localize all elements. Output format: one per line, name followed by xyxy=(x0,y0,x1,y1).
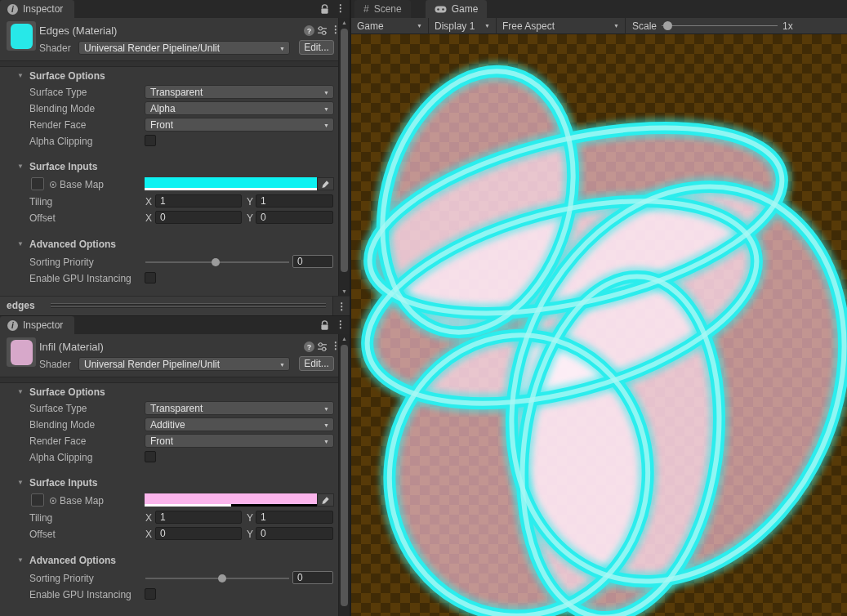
inspector-panel-infil: i Inspector ⋮ Infil (Material) ? ⋮ Shade… xyxy=(0,316,350,616)
help-icon[interactable]: ? xyxy=(304,341,314,352)
tiling-y-label: Y xyxy=(247,196,253,208)
shader-edit-button[interactable]: Edit... xyxy=(299,40,334,55)
shader-edit-button[interactable]: Edit... xyxy=(299,356,334,371)
inspector-tabbar: i Inspector ⋮ xyxy=(0,0,350,18)
offset-x-field[interactable]: 0 xyxy=(155,211,242,224)
infil-alpha-left xyxy=(145,504,231,507)
sorting-priority-slider-handle[interactable] xyxy=(212,258,220,266)
shader-dropdown[interactable]: Universal Render Pipeline/Unlit ▼ xyxy=(78,41,290,55)
eyedropper-button[interactable] xyxy=(317,493,334,507)
tiling-y-field[interactable]: 1 xyxy=(256,511,333,524)
gpu-instancing-label: Enable GPU Instancing xyxy=(29,273,132,284)
game-toolbar: Game ▼ Display 1 ▼ Free Aspect ▼ Scale 1… xyxy=(351,18,847,34)
kebab-icon: ⋮ xyxy=(337,301,347,311)
tab-inspector[interactable]: i Inspector xyxy=(0,316,74,334)
base-map-color-field[interactable] xyxy=(145,493,317,507)
render-face-value: Front xyxy=(150,435,173,447)
offset-x-label: X xyxy=(145,212,152,224)
chevron-down-icon: ▼ xyxy=(323,106,329,112)
chevron-down-icon: ▼ xyxy=(323,422,329,428)
surface-options-header[interactable]: Surface Options xyxy=(29,70,105,82)
inspector-scrollbar[interactable]: ▲ xyxy=(338,334,350,616)
sorting-priority-slider[interactable] xyxy=(145,578,289,579)
offset-y-field[interactable]: 0 xyxy=(256,211,333,224)
edges-alpha-right xyxy=(231,188,318,190)
alpha-clipping-checkbox[interactable] xyxy=(145,451,156,462)
tabbar-kebab-icon[interactable]: ⋮ xyxy=(336,319,345,329)
foldout-arrow-icon[interactable]: ▼ xyxy=(17,556,24,564)
foldout-arrow-icon[interactable]: ▼ xyxy=(17,163,24,170)
blending-mode-dropdown[interactable]: Alpha ▼ xyxy=(145,101,334,115)
foldout-arrow-icon[interactable]: ▼ xyxy=(17,388,24,395)
offset-x-field[interactable]: 0 xyxy=(155,527,242,540)
lock-icon[interactable] xyxy=(320,4,329,17)
material-preview[interactable] xyxy=(7,21,36,51)
alpha-clipping-checkbox[interactable] xyxy=(145,135,156,146)
edges-preview-bar[interactable]: edges ⋮ xyxy=(0,296,350,316)
material-preview[interactable] xyxy=(7,337,36,367)
object-picker-icon[interactable] xyxy=(49,496,57,507)
blending-mode-dropdown[interactable]: Additive ▼ xyxy=(145,417,334,431)
game-render xyxy=(351,34,847,616)
surface-inputs-header[interactable]: Surface Inputs xyxy=(29,161,97,172)
eyedropper-button[interactable] xyxy=(317,177,334,190)
gpu-instancing-checkbox[interactable] xyxy=(145,588,156,600)
scroll-up-icon[interactable]: ▲ xyxy=(339,20,350,25)
advanced-options-header[interactable]: Advanced Options xyxy=(29,555,116,566)
base-map-texture-slot[interactable] xyxy=(31,493,44,507)
tiling-x-label: X xyxy=(145,512,152,524)
surface-type-dropdown[interactable]: Transparent ▼ xyxy=(145,401,334,415)
chevron-down-icon: ▼ xyxy=(323,90,329,96)
edges-material-swatch-color xyxy=(11,24,33,49)
help-icon[interactable]: ? xyxy=(304,25,314,36)
foldout-arrow-icon[interactable]: ▼ xyxy=(17,240,24,248)
tab-game[interactable]: Game xyxy=(426,0,488,18)
base-map-color-field[interactable] xyxy=(145,177,317,190)
foldout-arrow-icon[interactable]: ▼ xyxy=(17,479,24,486)
drag-grip[interactable] xyxy=(51,303,326,310)
surface-options-header[interactable]: Surface Options xyxy=(29,386,105,398)
chevron-down-icon: ▼ xyxy=(279,46,285,51)
base-map-label: Base Map xyxy=(60,495,104,507)
tab-scene[interactable]: # Scene xyxy=(354,0,411,18)
surface-type-dropdown[interactable]: Transparent ▼ xyxy=(145,85,334,99)
aspect-dropdown[interactable]: Free Aspect ▼ xyxy=(497,18,625,34)
sorting-priority-field[interactable]: 0 xyxy=(292,571,333,584)
offset-x-label: X xyxy=(145,529,152,540)
tabbar-kebab-icon[interactable]: ⋮ xyxy=(336,3,345,13)
tiling-x-field[interactable]: 1 xyxy=(155,194,242,208)
edges-bar-kebab[interactable]: ⋮ xyxy=(332,297,350,315)
sorting-priority-field[interactable]: 0 xyxy=(292,255,333,268)
advanced-options-header[interactable]: Advanced Options xyxy=(29,239,116,250)
inspector-scrollbar[interactable]: ▲ ▼ xyxy=(338,18,350,296)
object-picker-icon[interactable] xyxy=(49,180,57,191)
offset-y-field[interactable]: 0 xyxy=(256,527,333,540)
tiling-label: Tiling xyxy=(29,512,52,524)
scale-slider-handle[interactable] xyxy=(663,21,672,30)
scale-slider[interactable] xyxy=(662,25,778,26)
foldout-arrow-icon[interactable]: ▼ xyxy=(17,72,24,79)
presets-icon[interactable] xyxy=(317,341,328,355)
scroll-up-icon[interactable]: ▲ xyxy=(339,336,350,341)
gpu-instancing-checkbox[interactable] xyxy=(145,272,156,283)
shader-dropdown[interactable]: Universal Render Pipeline/Unlit ▼ xyxy=(78,357,290,371)
sorting-priority-slider-handle[interactable] xyxy=(218,574,226,583)
tiling-y-field[interactable]: 1 xyxy=(256,194,333,208)
display-dropdown[interactable]: Display 1 ▼ xyxy=(429,18,496,34)
tab-inspector[interactable]: i Inspector xyxy=(0,0,74,18)
scroll-down-icon[interactable]: ▼ xyxy=(339,288,350,294)
offset-y-label: Y xyxy=(247,212,253,224)
game-viewport xyxy=(351,34,847,616)
presets-icon[interactable] xyxy=(317,25,328,38)
base-map-texture-slot[interactable] xyxy=(31,177,44,190)
scrollbar-thumb[interactable] xyxy=(341,345,348,606)
tiling-x-field[interactable]: 1 xyxy=(155,511,242,524)
scrollbar-thumb[interactable] xyxy=(341,29,348,272)
render-face-dropdown[interactable]: Front ▼ xyxy=(145,434,334,448)
lock-icon[interactable] xyxy=(320,320,329,333)
unity-editor: { "icons": { "info": "i", "kebab": "⋮", … xyxy=(0,0,847,616)
game-mode-dropdown[interactable]: Game ▼ xyxy=(351,18,428,34)
surface-inputs-header[interactable]: Surface Inputs xyxy=(29,477,97,489)
display-value: Display 1 xyxy=(435,20,475,32)
render-face-dropdown[interactable]: Front ▼ xyxy=(145,118,334,132)
